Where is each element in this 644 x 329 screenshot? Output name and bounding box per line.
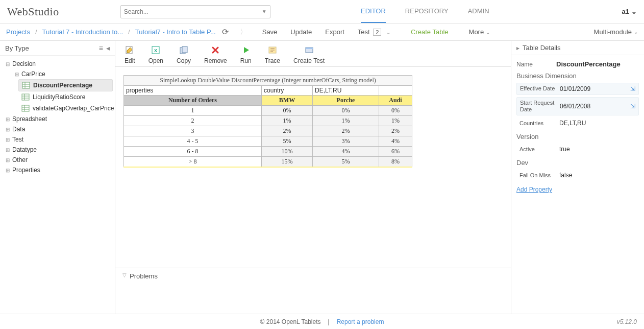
tree-node-datatype[interactable]: ⊞Datatype	[2, 145, 113, 155]
breadcrumb-module[interactable]: Tutorial7 - Intro to Table P...	[135, 28, 216, 36]
module-selector[interactable]: Multi-module ⌄	[594, 28, 638, 36]
expand-icon[interactable]: ⊞	[13, 72, 20, 77]
link-icon[interactable]: ⇲	[630, 85, 635, 92]
chevron-down-icon: ⌄	[486, 30, 490, 35]
collapse-left-icon[interactable]: ◂	[106, 44, 110, 52]
copy-button[interactable]: Copy	[177, 45, 191, 64]
tree-node-data[interactable]: ⊞Data	[2, 124, 113, 134]
expand-icon[interactable]: ⊞	[4, 137, 11, 143]
prop-active: Active true	[516, 144, 639, 155]
breadcrumb-tutorial[interactable]: Tutorial 7 - Introduction to...	[42, 28, 123, 36]
collapse-icon[interactable]: ⊟	[4, 61, 11, 67]
report-problem-link[interactable]: Report a problem	[337, 318, 384, 325]
run-button[interactable]: Run	[240, 45, 252, 64]
tree-label: Data	[12, 126, 25, 133]
row-val[interactable]: 5%	[313, 157, 379, 168]
row-key[interactable]: 6 - 8	[124, 147, 262, 157]
row-val[interactable]: 1%	[379, 116, 412, 126]
table-signature: SimpleLookup DoubleValue DiscountPercent…	[124, 76, 412, 86]
expand-icon[interactable]: ⊞	[4, 168, 11, 173]
row-val[interactable]: 0%	[379, 106, 412, 116]
more-menu[interactable]: More ⌄	[469, 28, 490, 36]
svg-rect-0	[22, 82, 30, 88]
row-val[interactable]: 2%	[262, 126, 313, 136]
name-label: Name	[516, 61, 556, 68]
row-key[interactable]: 4 - 5	[124, 136, 262, 147]
row-val[interactable]: 3%	[313, 136, 379, 147]
more-label: More	[469, 28, 484, 36]
tab-admin[interactable]: ADMIN	[468, 0, 489, 23]
tree-node-properties[interactable]: ⊞Properties	[2, 165, 113, 175]
remove-icon	[210, 45, 220, 55]
row-key[interactable]: 2	[124, 116, 262, 126]
tree-label: Other	[12, 156, 28, 163]
row-val[interactable]: 8%	[379, 157, 412, 168]
open-button[interactable]: XOpen	[148, 45, 163, 64]
tab-repository[interactable]: REPOSITORY	[405, 0, 449, 23]
tab-editor[interactable]: EDITOR	[361, 0, 386, 23]
row-key[interactable]: 1	[124, 106, 262, 116]
search-dropdown-icon[interactable]: ▼	[262, 9, 267, 14]
create-table-button[interactable]: Create Table	[411, 28, 448, 36]
row-val[interactable]: 15%	[262, 157, 313, 168]
tool-label: Run	[240, 57, 252, 64]
tree-leaf-validategapoverlap[interactable]: validateGapOverlap_CarPrice	[18, 103, 113, 114]
row-val[interactable]: 1%	[313, 116, 379, 126]
update-button[interactable]: Update	[290, 28, 312, 36]
tree-node-carprice[interactable]: ⊞ CarPrice	[11, 69, 113, 79]
row-val[interactable]: 2%	[379, 126, 412, 136]
row-val[interactable]: 0%	[262, 106, 313, 116]
prop-fail-on-miss: Fail On Miss false	[516, 170, 639, 181]
edit-button[interactable]: Edit	[125, 45, 135, 64]
row-val[interactable]: 2%	[313, 126, 379, 136]
table-row: 32%2%2%	[124, 126, 412, 136]
tree-node-spreadsheet[interactable]: ⊞Spreadsheet	[2, 114, 113, 124]
row-key[interactable]: > 8	[124, 157, 262, 168]
link-icon[interactable]: ⇲	[630, 103, 635, 110]
search-input[interactable]	[124, 8, 262, 15]
export-button[interactable]: Export	[325, 28, 344, 36]
row-val[interactable]: 1%	[262, 116, 313, 126]
trace-button[interactable]: Trace	[265, 45, 280, 64]
tool-label: Open	[148, 57, 163, 64]
expand-icon[interactable]: ⊞	[4, 157, 11, 163]
search-box[interactable]: ▼	[120, 5, 270, 18]
tree-node-decision[interactable]: ⊟ Decision	[2, 59, 113, 69]
list-icon[interactable]: ≡	[99, 44, 103, 52]
test-button[interactable]: Test 2 ⌄	[358, 28, 390, 36]
user-menu[interactable]: a1 ⌄	[622, 8, 637, 15]
problems-panel[interactable]: ▽ Problems	[115, 268, 511, 314]
expand-icon[interactable]: ⊞	[4, 147, 11, 153]
save-button[interactable]: Save	[262, 28, 278, 36]
row-val[interactable]: 0%	[313, 106, 379, 116]
collapse-triangle-icon[interactable]: ▽	[122, 272, 127, 278]
prop-effective-date: Effective Date 01/01/2009 ⇲	[516, 83, 639, 95]
row-val[interactable]: 4%	[313, 147, 379, 157]
row-key[interactable]: 3	[124, 126, 262, 136]
prop-label: Effective Date	[520, 85, 560, 92]
remove-button[interactable]: Remove	[204, 45, 227, 64]
breadcrumb-projects[interactable]: Projects	[6, 28, 30, 36]
row-val[interactable]: 5%	[262, 136, 313, 147]
trace-icon	[267, 45, 278, 55]
tree-node-test[interactable]: ⊞Test	[2, 134, 113, 145]
sidebar-tree: ⊟ Decision ⊞ CarPrice DiscountPercentage…	[0, 56, 115, 178]
expand-right-icon[interactable]: ▸	[516, 44, 519, 52]
table-row: 10%0%0%	[124, 106, 412, 116]
tree-leaf-discountpercentage[interactable]: DiscountPercentage	[18, 79, 113, 91]
breadcrumb-sep: /	[35, 28, 37, 36]
chevron-down-icon: ⌄	[634, 29, 638, 35]
add-property-link[interactable]: Add Property	[516, 186, 552, 193]
app-logo: WebStudio	[7, 5, 59, 18]
tree-node-other[interactable]: ⊞Other	[2, 155, 113, 165]
expand-icon[interactable]: ⊞	[4, 127, 11, 132]
row-val[interactable]: 4%	[379, 136, 412, 147]
refresh-icon[interactable]: ⟳	[222, 27, 229, 37]
expand-icon[interactable]: ⊞	[4, 116, 11, 122]
table-icon	[21, 93, 30, 101]
user-name: a1	[622, 8, 629, 15]
row-val[interactable]: 6%	[379, 147, 412, 157]
tree-leaf-liquidityratioscore[interactable]: LiquidityRatioScore	[18, 91, 113, 103]
create-test-button[interactable]: Create Test	[293, 45, 325, 64]
row-val[interactable]: 10%	[262, 147, 313, 157]
